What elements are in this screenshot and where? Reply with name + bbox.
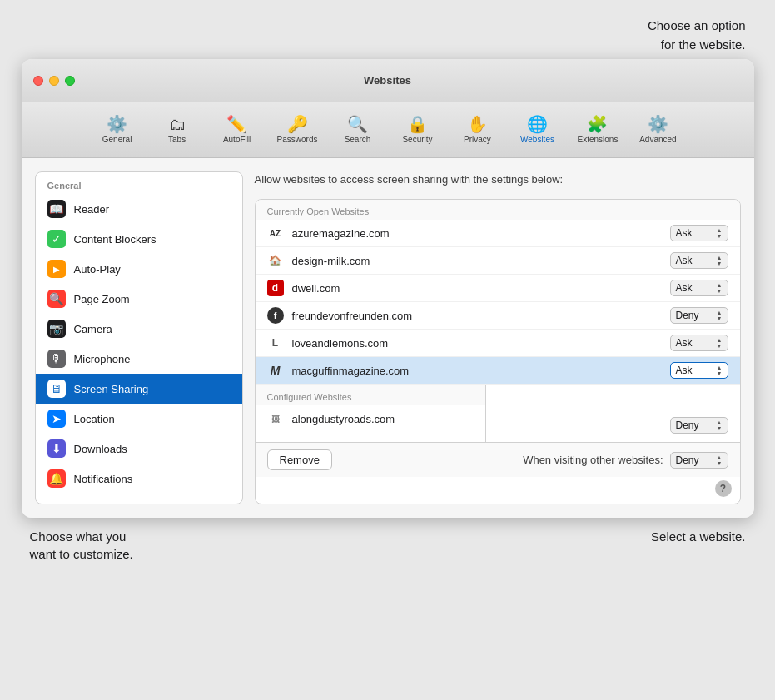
downloads-label: Downloads xyxy=(74,443,127,455)
sidebar-item-camera[interactable]: 📷 Camera xyxy=(36,314,242,344)
table-row[interactable]: 🏠 design-milk.com Ask ▲▼ xyxy=(256,247,740,275)
minimize-button[interactable] xyxy=(49,76,59,86)
safari-preferences-window: Websites ⚙️ General 🗂 Tabs ✏️ AutoFill 🔑… xyxy=(22,59,754,518)
camera-label: Camera xyxy=(74,323,112,335)
table-row-configured[interactable]: 🖼 alongdustyroads.com xyxy=(256,405,486,432)
window-title: Websites xyxy=(364,74,411,87)
visiting-label: When visiting other websites: xyxy=(523,454,663,466)
site-icon-loveandlemons: L xyxy=(267,335,284,351)
sidebar-item-content-blockers[interactable]: ✓ Content Blockers xyxy=(36,224,242,254)
sidebar-item-downloads[interactable]: ⬇ Downloads xyxy=(36,434,242,464)
annotation-bottom-right: Select a website. xyxy=(651,528,745,563)
table-row[interactable]: AZ azuremagazine.com Ask ▲▼ xyxy=(256,220,740,247)
title-bar: Websites xyxy=(22,59,754,102)
site-icon-azuremagazine: AZ xyxy=(267,225,284,241)
sidebar-item-screen-sharing[interactable]: 🖥 Screen Sharing xyxy=(36,374,242,404)
sidebar-item-notifications[interactable]: 🔔 Notifications xyxy=(36,464,242,494)
pagezoom-label: Page Zoom xyxy=(74,293,130,305)
site-icon-freundevonfreunden: f xyxy=(267,307,284,324)
autofill-label: AutoFill xyxy=(223,135,251,144)
sidebar-item-microphone[interactable]: 🎙 Microphone xyxy=(36,344,242,374)
tabs-icon: 🗂 xyxy=(169,116,186,132)
tab-advanced[interactable]: ⚙️ Advanced xyxy=(629,111,686,149)
chevrons-icon: ▲▼ xyxy=(717,255,723,266)
tab-general[interactable]: ⚙️ General xyxy=(89,111,146,149)
table-row[interactable]: d dwell.com Ask ▲▼ xyxy=(256,275,740,302)
tab-autofill[interactable]: ✏️ AutoFill xyxy=(209,111,266,149)
location-label: Location xyxy=(74,413,115,425)
select-macguffinmagazine[interactable]: Ask ▲▼ xyxy=(670,362,728,379)
site-name-freundevonfreunden: freundevonfreunden.com xyxy=(292,310,662,322)
site-icon-dwell: d xyxy=(267,280,284,296)
content-panel: Allow websites to access screen sharing … xyxy=(255,171,741,504)
zoom-button[interactable] xyxy=(65,76,75,86)
tab-search[interactable]: 🔍 Search xyxy=(329,111,385,149)
websites-label: Websites xyxy=(520,135,554,144)
sidebar-item-page-zoom[interactable]: 🔍 Page Zoom xyxy=(36,284,242,314)
select-loveandlemons[interactable]: Ask ▲▼ xyxy=(670,335,728,351)
select-alongdustyroads[interactable]: Deny ▲▼ xyxy=(670,417,728,434)
downloads-icon: ⬇ xyxy=(47,439,66,458)
security-label: Security xyxy=(402,135,432,144)
extensions-icon: 🧩 xyxy=(587,116,608,132)
select-design-milk[interactable]: Ask ▲▼ xyxy=(670,252,728,269)
tab-security[interactable]: 🔒 Security xyxy=(389,111,445,149)
select-azuremagazine[interactable]: Ask ▲▼ xyxy=(670,225,728,241)
site-name-loveandlemons: loveandlemons.com xyxy=(292,337,662,350)
screensharing-icon: 🖥 xyxy=(47,380,66,398)
tab-websites[interactable]: 🌐 Websites xyxy=(509,111,565,149)
table-row-selected[interactable]: M macguffinmagazine.com Ask ▲▼ xyxy=(256,357,740,385)
currently-open-header: Currently Open Websites xyxy=(256,200,740,220)
advanced-icon: ⚙️ xyxy=(648,116,668,132)
microphone-icon: 🎙 xyxy=(47,350,66,368)
main-content: General 📖 Reader ✓ Content Blockers ▶ Au… xyxy=(22,158,754,518)
tab-privacy[interactable]: ✋ Privacy xyxy=(449,111,505,149)
content-blockers-label: Content Blockers xyxy=(74,233,156,246)
split-section: Configured Websites 🖼 alongdustyroads.co… xyxy=(256,385,740,442)
extensions-label: Extensions xyxy=(577,135,618,144)
select-freundevonfreunden[interactable]: Deny ▲▼ xyxy=(670,307,728,324)
table-row[interactable]: f freundevonfreunden.com Deny ▲▼ xyxy=(256,302,740,330)
close-button[interactable] xyxy=(33,76,43,86)
notifications-label: Notifications xyxy=(74,473,133,485)
autoplay-icon: ▶ xyxy=(47,260,66,278)
table-row[interactable]: L loveandlemons.com Ask ▲▼ xyxy=(256,330,740,357)
annotation-bottom-left: Choose what you want to customize. xyxy=(30,528,133,563)
websites-table: Currently Open Websites AZ azuremagazine… xyxy=(255,199,741,504)
configured-header: Configured Websites xyxy=(256,385,486,405)
screensharing-label: Screen Sharing xyxy=(74,383,149,395)
configured-section: Configured Websites 🖼 alongdustyroads.co… xyxy=(256,385,486,442)
autoplay-label: Auto-Play xyxy=(74,263,121,276)
site-name-dwell: dwell.com xyxy=(292,282,662,295)
tab-tabs[interactable]: 🗂 Tabs xyxy=(149,111,206,149)
annotation-top-right: Choose an option for the website. xyxy=(648,17,754,54)
privacy-label: Privacy xyxy=(464,135,491,144)
help-button[interactable]: ? xyxy=(715,480,732,497)
site-name-design-milk: design-milk.com xyxy=(292,255,662,267)
notifications-icon: 🔔 xyxy=(47,469,66,488)
select-visiting[interactable]: Deny ▲▼ xyxy=(670,452,728,469)
select-dwell[interactable]: Ask ▲▼ xyxy=(670,280,728,296)
advanced-label: Advanced xyxy=(639,135,676,144)
chevrons-icon: ▲▼ xyxy=(717,310,723,321)
tab-passwords[interactable]: 🔑 Passwords xyxy=(269,111,326,149)
general-icon: ⚙️ xyxy=(107,116,127,132)
tab-extensions[interactable]: 🧩 Extensions xyxy=(569,111,626,149)
chevrons-icon: ▲▼ xyxy=(717,420,723,431)
chevrons-icon: ▲▼ xyxy=(717,282,723,294)
sidebar-item-auto-play[interactable]: ▶ Auto-Play xyxy=(36,254,242,284)
configured-controls: Deny ▲▼ xyxy=(485,385,740,442)
general-label: General xyxy=(102,135,132,144)
pagezoom-icon: 🔍 xyxy=(47,290,66,308)
site-name-macguffinmagazine: macguffinmagazine.com xyxy=(292,365,662,377)
sidebar-item-location[interactable]: ➤ Location xyxy=(36,404,242,434)
chevrons-icon: ▲▼ xyxy=(717,454,723,466)
location-icon: ➤ xyxy=(47,410,66,428)
sidebar-item-reader[interactable]: 📖 Reader xyxy=(36,194,242,224)
chevrons-icon: ▲▼ xyxy=(717,365,723,376)
security-icon: 🔒 xyxy=(407,116,428,132)
remove-button[interactable]: Remove xyxy=(267,449,332,470)
site-icon-design-milk: 🏠 xyxy=(267,252,284,269)
site-name-azuremagazine: azuremagazine.com xyxy=(292,227,662,240)
help-row: ? xyxy=(256,477,740,504)
